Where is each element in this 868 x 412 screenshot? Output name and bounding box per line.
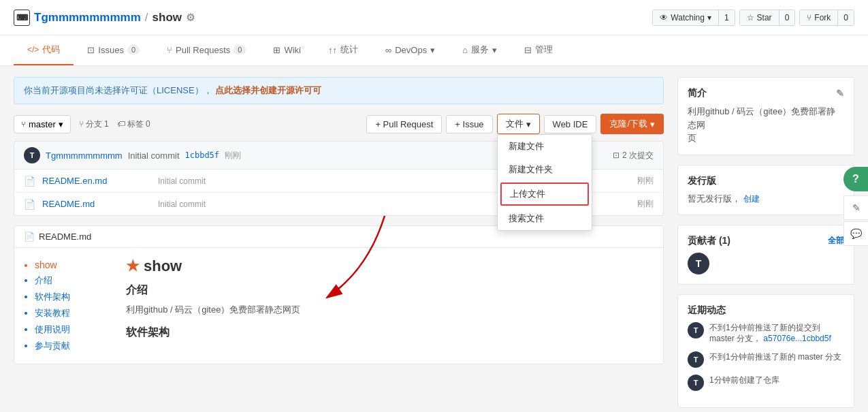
branches-count: ⑂ 分支 1 <box>79 118 109 130</box>
watching-dropdown-icon: ▾ <box>707 13 711 22</box>
services-dropdown-icon: ▾ <box>492 45 497 55</box>
branch-selector[interactable]: ⑂ master ▾ <box>14 115 71 133</box>
file-dropdown-menu: 新建文件 新建文件夹 上传文件 搜索文件 <box>497 134 592 231</box>
sidebar-activity-title: 近期动态 <box>688 304 844 317</box>
activity-text: 不到1分钟前推送了新的提交到 master 分支， a57076e...1cbb… <box>709 322 844 345</box>
services-icon: ⌂ <box>462 45 468 55</box>
notice-bar: 你当前开源项目尚未选择许可证（LICENSE）， 点此选择并创建开源许可可 <box>14 77 664 104</box>
star-group: ☆ Star 0 <box>739 10 796 26</box>
devops-icon: ∞ <box>385 45 391 55</box>
tab-devops-label: DevOps <box>395 45 427 55</box>
repo-icon: ⌨ <box>14 10 30 26</box>
tab-devops[interactable]: ∞ DevOps ▾ <box>372 37 449 65</box>
clone-button[interactable]: 克隆/下载 ▾ <box>600 114 664 134</box>
pull-request-button[interactable]: + Pull Request <box>366 115 442 133</box>
star-count[interactable]: 0 <box>779 10 795 25</box>
sidebar-edit-icon[interactable]: ✎ <box>836 88 844 99</box>
commit-hash[interactable]: 1cbbd5f <box>185 150 220 160</box>
sidebar-activity: 近期动态 T 不到1分钟前推送了新的提交到 master 分支， a57076e… <box>677 294 854 409</box>
stats-icon: ↑↑ <box>328 45 337 55</box>
tab-services-label: 服务 <box>471 44 489 56</box>
watching-count[interactable]: 1 <box>719 10 735 25</box>
readme-toc: show 介绍 软件架构 安装教程 使用说明 参与贡献 <box>24 257 112 354</box>
menu-new-file[interactable]: 新建文件 <box>498 135 592 158</box>
readme-intro-heading: 介绍 <box>126 283 654 298</box>
activity-link[interactable]: a57076e...1cbbd5f <box>763 334 831 343</box>
commit-message: Initial commit <box>128 150 180 161</box>
web-ide-button[interactable]: Web IDE <box>544 115 597 133</box>
create-release-link[interactable]: 创建 <box>743 194 760 204</box>
notice-text: 你当前开源项目尚未选择许可证（LICENSE）， <box>24 84 212 97</box>
wiki-icon: ⊞ <box>273 45 280 55</box>
commit-author[interactable]: Tgmmmmmmmmm <box>46 150 123 161</box>
tab-code[interactable]: </> 代码 <box>14 35 74 65</box>
activity-avatar: T <box>688 375 704 391</box>
toc-sub-item[interactable]: 安装教程 <box>35 305 112 321</box>
floating-help: ? ✎ 💬 <box>843 167 868 246</box>
fork-label: Fork <box>814 13 831 22</box>
devops-dropdown-icon: ▾ <box>430 45 435 55</box>
file-icon: 📄 <box>24 199 35 210</box>
readme-arch-heading: 软件架构 <box>126 326 654 340</box>
menu-search-file[interactable]: 搜索文件 <box>498 207 592 230</box>
edit-floating-icon[interactable]: ✎ <box>843 195 868 220</box>
tab-services[interactable]: ⌂ 服务 ▾ <box>449 35 511 65</box>
menu-new-folder[interactable]: 新建文件夹 <box>498 158 592 181</box>
branch-dropdown-icon: ▾ <box>59 119 63 129</box>
star-label: Star <box>757 13 772 22</box>
readme-section: 📄 README.md show 介绍 软件架构 安装教程 使用说明 参与贡献 <box>14 225 664 364</box>
tab-wiki[interactable]: ⊞ Wiki <box>259 37 315 65</box>
commit-author-avatar: T <box>24 147 40 163</box>
toc-sub-item[interactable]: 使用说明 <box>35 321 112 338</box>
activity-text: 不到1分钟前推送了新的 master 分支 <box>709 351 841 363</box>
toc-sub-item[interactable]: 软件架构 <box>35 289 112 305</box>
clone-label: 克隆/下载 <box>609 118 647 130</box>
tab-stats-label: 统计 <box>340 44 358 56</box>
comment-floating-icon[interactable]: 💬 <box>843 221 868 246</box>
watching-button[interactable]: 👁 Watching ▾ <box>653 10 719 25</box>
help-button[interactable]: ? <box>843 167 868 191</box>
tab-issues-label: Issues <box>98 45 124 55</box>
branch-name: master <box>29 119 56 129</box>
main-content: 你当前开源项目尚未选择许可证（LICENSE）， 点此选择并创建开源许可可 ⑂ … <box>0 66 868 412</box>
file-dropdown-icon: ▾ <box>526 119 531 129</box>
tab-stats[interactable]: ↑↑ 统计 <box>315 35 372 65</box>
file-button[interactable]: 文件 ▾ <box>497 114 540 134</box>
tab-pr-label: Pull Requests <box>176 45 230 55</box>
issues-icon: ⊡ <box>87 45 95 55</box>
fork-group: ⑂ Fork 0 <box>799 10 854 26</box>
content-area: 你当前开源项目尚未选择许可证（LICENSE）， 点此选择并创建开源许可可 ⑂ … <box>14 77 664 412</box>
toc-sub-item[interactable]: 介绍 <box>35 272 112 289</box>
all-contributors-link[interactable]: 全部 <box>828 235 844 247</box>
toc-sub-item[interactable]: 参与贡献 <box>35 338 112 354</box>
repo-toolbar: ⑂ master ▾ ⑂ 分支 1 🏷 标签 0 + Pull Request … <box>14 114 664 134</box>
settings-icon[interactable]: ⚙ <box>186 12 195 24</box>
repo-name[interactable]: show <box>152 11 182 25</box>
issue-button[interactable]: + Issue <box>446 115 492 133</box>
code-icon: </> <box>27 45 39 54</box>
toc-main-item[interactable]: show <box>35 257 112 272</box>
fork-button[interactable]: ⑂ Fork <box>800 10 838 25</box>
sidebar-contributors-title: 贡献者 (1) 全部 <box>688 235 844 247</box>
tab-issues[interactable]: ⊡ Issues 0 <box>74 37 153 65</box>
fork-icon: ⑂ <box>807 13 811 22</box>
no-releases-text: 暂无发行版， 创建 <box>688 193 844 205</box>
sidebar-intro-title: 简介 ✎ <box>688 87 844 99</box>
menu-upload-file[interactable]: 上传文件 <box>500 183 589 206</box>
file-name[interactable]: README.en.md <box>42 176 151 186</box>
contributor-avatar[interactable]: T <box>688 253 709 274</box>
notice-link[interactable]: 点此选择并创建开源许可可 <box>215 84 321 97</box>
pr-icon: ⑂ <box>167 45 172 55</box>
tab-manage[interactable]: ⊟ 管理 <box>511 35 566 65</box>
watching-group: 👁 Watching ▾ 1 <box>652 10 735 26</box>
fork-count[interactable]: 0 <box>838 10 854 25</box>
readme-star-icon: ★ <box>126 257 140 275</box>
sidebar-contributors: 贡献者 (1) 全部 T <box>677 225 854 285</box>
owner-repo-separator: / <box>145 11 148 25</box>
tag-icon: 🏷 <box>117 119 125 129</box>
star-button[interactable]: ☆ Star <box>740 10 779 25</box>
tab-pullrequests[interactable]: ⑂ Pull Requests 0 <box>153 37 259 65</box>
watching-label: Watching <box>671 13 705 22</box>
repo-owner[interactable]: Tgmmmmmmmmm <box>34 11 141 25</box>
file-name[interactable]: README.md <box>42 199 151 209</box>
